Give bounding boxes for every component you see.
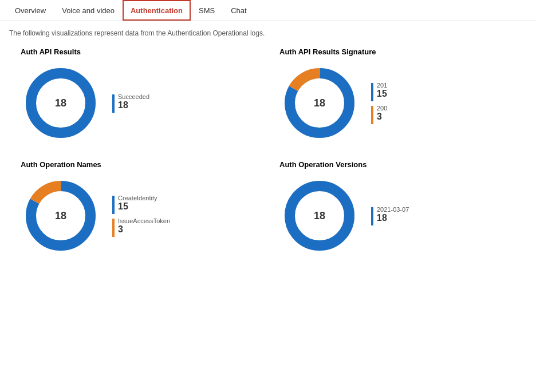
legend-color-bar xyxy=(112,94,115,113)
chart-title-auth-operation-names: Auth Operation Names xyxy=(21,160,257,169)
legend-color-bar xyxy=(371,83,373,101)
chart-title-auth-api-results-signature: Auth API Results Signature xyxy=(279,47,515,56)
nav-tab-voice-and-video[interactable]: Voice and video xyxy=(54,0,123,21)
legend-color-bar xyxy=(371,106,373,124)
chart-body-auth-api-results-signature: 18201152003 xyxy=(279,63,515,143)
legend-name: IssueAccessToken xyxy=(118,217,170,224)
donut-label-auth-operation-names: 18 xyxy=(55,210,66,222)
legend-text: 2021-03-0718 xyxy=(377,206,409,223)
legend-name: 200 xyxy=(377,105,387,112)
legend-item: 20115 xyxy=(371,82,387,101)
chart-body-auth-api-results: 18Succeeded18 xyxy=(21,63,257,143)
legend-item: 2003 xyxy=(371,105,387,124)
legend-value: 15 xyxy=(118,201,157,212)
legend-auth-api-results-signature: 201152003 xyxy=(371,82,387,124)
legend-text: Succeeded18 xyxy=(118,93,149,110)
legend-name: Succeeded xyxy=(118,93,149,100)
nav-tab-chat[interactable]: Chat xyxy=(223,0,254,21)
legend-value: 15 xyxy=(377,89,387,99)
subtitle: The following visualizations represent d… xyxy=(9,29,527,37)
legend-name: 2021-03-07 xyxy=(377,206,409,213)
nav-tab-sms[interactable]: SMS xyxy=(191,0,223,21)
donut-auth-api-results: 18 xyxy=(21,63,101,143)
legend-value: 3 xyxy=(377,112,387,122)
legend-color-bar xyxy=(371,207,373,225)
chart-body-auth-operation-versions: 182021-03-0718 xyxy=(279,176,515,256)
donut-label-auth-operation-versions: 18 xyxy=(314,210,325,222)
charts-grid: Auth API Results 18Succeeded18Auth API R… xyxy=(9,47,527,256)
donut-auth-operation-names: 18 xyxy=(21,176,101,256)
legend-color-bar xyxy=(112,196,115,214)
legend-name: CreateIdentity xyxy=(118,195,157,201)
legend-name: 201 xyxy=(377,82,387,89)
chart-title-auth-api-results: Auth API Results xyxy=(21,47,257,56)
legend-item: CreateIdentity15 xyxy=(112,195,170,214)
legend-auth-operation-versions: 2021-03-0718 xyxy=(371,206,409,225)
legend-text: 2003 xyxy=(377,105,387,122)
legend-auth-api-results: Succeeded18 xyxy=(112,93,149,113)
legend-item: IssueAccessToken3 xyxy=(112,217,170,237)
chart-title-auth-operation-versions: Auth Operation Versions xyxy=(279,160,515,169)
nav-tabs: OverviewVoice and videoAuthenticationSMS… xyxy=(0,0,536,21)
chart-body-auth-operation-names: 18CreateIdentity15IssueAccessToken3 xyxy=(21,176,257,256)
donut-auth-api-results-signature: 18 xyxy=(279,63,360,143)
chart-section-auth-api-results: Auth API Results 18Succeeded18 xyxy=(9,47,268,143)
donut-label-auth-api-results: 18 xyxy=(55,97,66,109)
legend-value: 18 xyxy=(118,100,149,110)
nav-tab-overview[interactable]: Overview xyxy=(7,0,54,21)
legend-color-bar xyxy=(112,219,115,237)
nav-tab-authentication[interactable]: Authentication xyxy=(123,0,191,21)
legend-value: 3 xyxy=(118,224,170,235)
legend-value: 18 xyxy=(377,213,409,223)
legend-item: Succeeded18 xyxy=(112,93,149,113)
legend-text: IssueAccessToken3 xyxy=(118,217,170,235)
legend-text: 20115 xyxy=(377,82,387,99)
legend-item: 2021-03-0718 xyxy=(371,206,409,225)
donut-label-auth-api-results-signature: 18 xyxy=(314,97,325,109)
donut-auth-operation-versions: 18 xyxy=(279,176,360,256)
chart-section-auth-api-results-signature: Auth API Results Signature 18201152003 xyxy=(268,47,527,143)
page-content: The following visualizations represent d… xyxy=(0,21,536,264)
legend-auth-operation-names: CreateIdentity15IssueAccessToken3 xyxy=(112,195,170,237)
chart-section-auth-operation-versions: Auth Operation Versions 182021-03-0718 xyxy=(268,160,527,256)
chart-section-auth-operation-names: Auth Operation Names 18CreateIdentity15I… xyxy=(9,160,268,256)
legend-text: CreateIdentity15 xyxy=(118,195,157,212)
